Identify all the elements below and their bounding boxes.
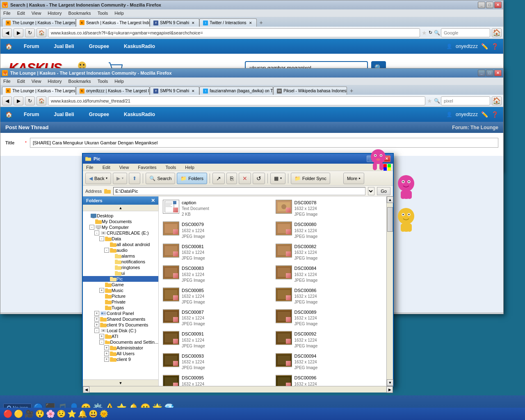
back-nav-jualbeli[interactable]: Jual Beli [50,42,77,51]
exp-menu-file[interactable]: File [84,164,95,170]
back-nav-radio[interactable]: KaskusRadio [121,42,158,51]
shareddocs-expand[interactable]: + [94,317,99,322]
file-item-dsc93[interactable]: DSC00093 1632 x 1224JPEG Image [160,352,272,372]
folder-item-android[interactable]: all about android [83,242,158,247]
undo-btn[interactable]: ↺ [253,173,265,184]
file-item-dsc83[interactable]: DSC00083 1632 x 1224JPEG Image [160,264,272,285]
folder-item-client9docs[interactable]: + client 9's Documents [83,322,158,328]
folder-item-cruzerblade[interactable]: - CRUZERBLADE (E:) [83,230,158,236]
back-menu-tools[interactable]: Tools [96,10,110,16]
file-item-dsc96[interactable]: DSC00096 1632 x 1224JPEG Image [273,373,385,386]
file-item-dsc95[interactable]: DSC00095 1632 x 1224JPEG Image [160,373,272,386]
hscroll-left-arrow[interactable]: ◀ [83,386,89,393]
front-tab-1[interactable]: K onyedtzzz | Kaskus - The Largest Indon… [76,87,150,95]
front-nav-jualbeli[interactable]: Jual Beli [50,110,77,119]
address-go-btn[interactable]: Go [377,187,390,195]
data-expand[interactable]: - [99,236,104,241]
file-item-dsc89[interactable]: DSC00089 1632 x 1224JPEG Image [273,308,385,329]
back-new-tab-btn[interactable]: + [257,18,266,27]
tb2-emoji-3[interactable]: 🎥 [25,409,34,418]
folder-item-private[interactable]: Private [83,299,158,305]
front-tab-0[interactable]: K The Lounge | Kaskus - The Largest Indo… [2,87,76,95]
front-home-btn[interactable]: 🏠 [37,96,46,105]
scroll-up-arrow[interactable]: ▲ [387,196,393,203]
back-help-icon[interactable]: ❓ [491,43,498,50]
front-fwd-btn[interactable]: ▶ [14,96,23,105]
exp-menu-favorites[interactable]: Favorites [136,164,158,170]
front-reload-btn[interactable]: ↻ [25,96,35,105]
folder-item-music[interactable]: + Music [83,288,158,293]
back-refresh[interactable]: ↻ [429,30,432,35]
file-item-dsc91[interactable]: DSC00091 1632 x 1224JPEG Image [160,329,272,350]
front-edit-icon[interactable]: ✏️ [481,111,488,118]
folder-item-tugas[interactable]: Tugas [83,305,158,310]
more-btn[interactable]: More ▸ [343,173,364,184]
client9-expand[interactable]: + [104,357,109,362]
file-item-dsc86[interactable]: DSC00086 1632 x 1224JPEG Image [273,286,385,307]
tb2-emoji-5[interactable]: 🌸 [46,409,55,418]
back-tab-3[interactable]: t Twitter / Interactions ✕ [199,18,256,27]
back-btn[interactable]: ◀ [2,28,12,37]
reload-btn[interactable]: ↻ [25,28,35,37]
front-nav-forum[interactable]: Forum [21,110,42,119]
folder-item-admin[interactable]: + Administrator [83,345,158,351]
back-kaskus-home-icon[interactable]: 🏠 [5,43,12,50]
audio-expand[interactable]: - [104,248,109,253]
explorer-scrollbar[interactable]: ▲ ▼ [386,196,393,386]
front-menu-history[interactable]: History [46,78,63,84]
file-item-dsc92[interactable]: DSC00092 1632 x 1224JPEG Image [273,329,385,350]
scroll-track[interactable] [387,203,393,379]
client9docs-expand[interactable]: + [94,322,99,327]
folders-scroll-up[interactable]: ▲ [83,205,158,211]
front-new-tab-btn[interactable]: + [347,87,356,95]
localc-expand[interactable]: - [94,328,99,333]
front-tab-2[interactable]: f SMPN 9 Cimahi ✕ [150,87,199,95]
file-item-dsc87[interactable]: DSC00087 1632 x 1224JPEG Image [160,308,272,329]
folder-item-shareddocs[interactable]: + Shared Documents [83,316,158,322]
folder-item-pic[interactable]: Pic [83,276,158,282]
front-bookmark-star[interactable]: ★ [427,98,432,104]
fwd-nav-btn[interactable]: ▶ ▾ [113,173,127,184]
mycomputer-expand[interactable]: - [89,225,94,230]
front-menu-help[interactable]: Help [113,78,125,84]
back-tab-close-3[interactable]: ✕ [248,21,253,25]
folder-item-mycomputer[interactable]: - My Computer [83,224,158,230]
hscroll-right-arrow[interactable]: ▶ [386,386,393,393]
back-edit-icon[interactable]: ✏️ [481,43,488,50]
controlpanel-expand[interactable]: + [94,311,99,316]
front-tab-close-2[interactable]: ✕ [191,89,196,94]
front-search-input[interactable] [441,96,490,105]
docsettings-expand[interactable]: - [99,340,104,345]
home-btn[interactable]: 🏠 [37,28,46,37]
front-tab-4[interactable]: W Piksel - Wikipedia bahasa Indonesia, e… [273,87,347,95]
tb2-emoji-2[interactable]: 🟡 [14,409,23,418]
front-back-btn[interactable]: ◀ [2,96,12,105]
front-menu-view[interactable]: View [30,78,43,84]
copy-btn[interactable]: ⎘ [226,173,237,184]
file-item-dsc85[interactable]: DSC00085 1632 x 1224JPEG Image [160,286,272,307]
front-maximize-btn[interactable]: □ [486,70,493,76]
file-item-dsc79[interactable]: DSC00079 1632 x 1224JPEG Image [160,220,272,241]
exp-menu-view[interactable]: View [118,164,131,170]
file-item-dsc81[interactable]: DSC00081 1632 x 1224JPEG Image [160,242,272,263]
front-tab-3[interactable]: t fauziarrahman (bagas_dwika) on Twitter… [199,87,273,95]
folders-scroll-down[interactable]: ▼ [83,379,158,386]
front-menu-bookmarks[interactable]: Bookmarks [67,78,92,84]
folder-sync-btn[interactable]: 📁 Folder Sync [291,173,330,184]
file-item-dsc84[interactable]: DSC00084 1632 x 1224JPEG Image [273,264,385,285]
tb2-emoji-7[interactable]: ⭐ [67,409,76,418]
allusers-expand[interactable]: + [104,351,109,356]
folder-item-docsettings[interactable]: - Documents and Settin... [83,339,158,345]
back-tab-close-2[interactable]: ✕ [191,21,196,25]
scroll-down-arrow[interactable]: ▼ [387,379,393,386]
back-menu-edit[interactable]: Edit [16,10,26,16]
back-search-input[interactable] [441,28,490,37]
admin-expand[interactable]: + [104,345,109,350]
folder-item-audio[interactable]: - audio [83,247,158,253]
delete-btn[interactable]: ✕ [239,173,251,184]
cruzerblade-expand[interactable]: - [94,231,99,235]
folder-item-desktop[interactable]: Desktop [83,213,158,219]
address-input[interactable] [113,187,365,195]
tb2-emoji-4[interactable]: 😲 [35,409,44,418]
views-btn[interactable]: ▦ ▾ [270,173,285,184]
